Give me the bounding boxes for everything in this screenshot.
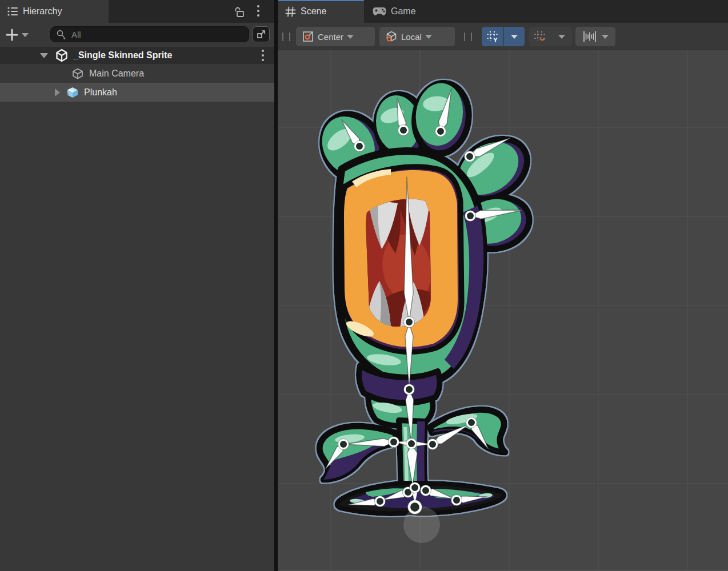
grid-visibility-toggle[interactable]: Y: [482, 27, 503, 46]
grid-snap-toggle[interactable]: [529, 27, 551, 46]
scene-name: _Single Skinned Sprite: [73, 50, 172, 61]
joint-gizmo-center: [429, 441, 436, 448]
joint-gizmo-center: [406, 386, 413, 393]
creature-mouth: [342, 167, 462, 352]
scene-tab-label: Scene: [301, 6, 326, 17]
scene-toolbar: Center Local Y: [278, 23, 728, 50]
joint-gizmo-center: [422, 487, 429, 494]
gameobject-name: Plunkah: [84, 87, 117, 98]
pivot-center-icon: [302, 30, 314, 43]
tab-scene[interactable]: Scene: [278, 0, 364, 23]
create-dropdown-icon[interactable]: [22, 33, 29, 37]
joint-gizmo-center: [377, 498, 383, 505]
snap-settings-dropdown[interactable]: [551, 27, 572, 46]
snap-magnet-icon: [533, 30, 547, 43]
ruler-ticks-icon: [582, 30, 597, 43]
creature-neck: [359, 365, 439, 426]
hierarchy-toolbar: [0, 23, 274, 47]
toolbar-drag-handle[interactable]: [464, 33, 472, 41]
joint-gizmo-center: [411, 484, 418, 491]
unlock-icon[interactable]: [232, 5, 246, 19]
joint-gizmo-center: [468, 419, 475, 426]
joint-gizmo-center: [437, 128, 444, 135]
pivot-label: Center: [318, 32, 343, 42]
pivot-gizmo-circle: [403, 506, 440, 543]
joint-gizmo-center: [390, 439, 397, 445]
hierarchy-list-icon: [7, 6, 18, 17]
create-plus-button[interactable]: [5, 27, 19, 42]
unity-scene-icon: [55, 49, 69, 62]
hierarchy-panel: Hierarchy: [0, 0, 274, 571]
hierarchy-tabbar: Hierarchy: [0, 0, 274, 23]
joint-gizmo-center: [410, 502, 419, 512]
chevron-down-icon: [511, 35, 518, 39]
tool-handle-rotation-dropdown[interactable]: Local: [379, 27, 455, 46]
popout-window-icon[interactable]: [253, 26, 270, 42]
hierarchy-search: [50, 26, 249, 42]
unity-editor: Hierarchy: [0, 0, 728, 571]
active-tab-highlight: [278, 0, 364, 1]
joint-gizmo-center: [466, 153, 473, 160]
joint-gizmo-center: [453, 497, 460, 504]
scene-grid-icon: [285, 6, 296, 17]
local-cube-icon: [385, 30, 398, 43]
hierarchy-tab-label: Hierarchy: [23, 6, 62, 17]
joint-gizmo-center: [408, 440, 415, 447]
grid-axis-letter: Y: [493, 37, 498, 43]
toolbar-drag-handle[interactable]: [282, 33, 290, 41]
snap-increment-dropdown[interactable]: [575, 27, 615, 46]
joint-gizmo-center: [400, 127, 407, 134]
scene-menu-icon[interactable]: [262, 50, 264, 61]
scene-viewport[interactable]: [278, 50, 728, 571]
hierarchy-menu-icon[interactable]: [257, 5, 259, 17]
chevron-down-icon: [347, 35, 354, 39]
hierarchy-row-camera[interactable]: Main Camera: [0, 64, 274, 83]
search-input[interactable]: [70, 29, 249, 40]
grid-settings-dropdown[interactable]: [504, 27, 525, 46]
joint-gizmo-center: [467, 212, 474, 219]
gameobject-cube-icon: [71, 67, 85, 81]
grid-y-axis-icon: Y: [486, 30, 499, 43]
joint-gizmo-center: [356, 143, 363, 150]
chevron-down-icon: [558, 35, 565, 39]
foldout-closed-icon[interactable]: [55, 89, 60, 96]
orientation-label: Local: [401, 32, 422, 42]
scene-tabbar: Scene Game: [278, 0, 728, 23]
joint-gizmo-center: [406, 319, 413, 325]
scene-viewport-canvas: [278, 50, 728, 571]
hierarchy-row-plunkah[interactable]: Plunkah: [0, 83, 274, 102]
gameobject-name: Main Camera: [89, 69, 144, 79]
scene-panel: Scene Game Center: [278, 0, 728, 571]
chevron-down-icon: [602, 35, 609, 39]
game-tab-label: Game: [391, 6, 416, 17]
tool-handle-pivot-dropdown[interactable]: Center: [296, 27, 375, 46]
prefab-cube-icon: [66, 86, 79, 99]
chevron-down-icon: [425, 35, 432, 39]
hierarchy-row-scene[interactable]: _Single Skinned Sprite: [0, 47, 274, 64]
tab-hierarchy[interactable]: Hierarchy: [0, 0, 109, 23]
foldout-open-icon[interactable]: [40, 53, 48, 58]
search-icon[interactable]: [55, 29, 67, 40]
tab-game[interactable]: Game: [366, 0, 446, 23]
joint-gizmo-center: [340, 441, 347, 448]
game-gamepad-icon: [373, 7, 386, 16]
